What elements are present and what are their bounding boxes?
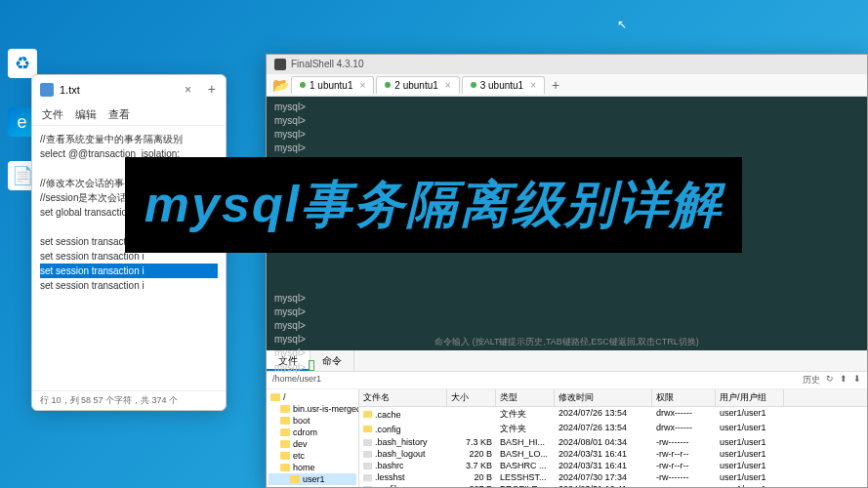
- tab-label: 3 ubuntu1: [480, 80, 524, 91]
- tree-item[interactable]: /: [269, 391, 356, 403]
- column-header[interactable]: 文件名: [359, 389, 447, 406]
- column-header[interactable]: 修改时间: [555, 389, 652, 406]
- menu-edit[interactable]: 编辑: [75, 107, 97, 122]
- file-name: .profile: [375, 484, 401, 487]
- file-browser: /bin.usr-is-mergedbootcdromdevetchomeuse…: [267, 389, 867, 487]
- file-row[interactable]: .config文件夹2024/07/26 13:54drwx------user…: [359, 422, 867, 436]
- overlay-title: mysql事务隔离级别详解: [125, 157, 742, 253]
- file-row[interactable]: .lesshst20 BLESSHST...2024/07/30 17:34-r…: [359, 471, 867, 483]
- column-header[interactable]: 大小: [447, 389, 496, 406]
- overlay-text: mysql事务隔离级别详解: [145, 171, 723, 239]
- file-type: BASH_LO...: [496, 448, 555, 460]
- tab-close-icon[interactable]: ×: [445, 80, 451, 91]
- file-type: BASHRC ...: [496, 460, 555, 471]
- file-date: 2024/08/01 04:34: [555, 436, 652, 448]
- tab-close-icon[interactable]: ×: [530, 80, 536, 91]
- tree-item[interactable]: etc: [269, 450, 356, 462]
- file-user: user1/user1: [716, 448, 784, 460]
- tree-label: etc: [293, 451, 305, 461]
- file-name: .config: [375, 425, 401, 434]
- notepad-icon: [40, 83, 54, 97]
- file-icon: [363, 463, 372, 469]
- column-header[interactable]: 权限: [652, 389, 716, 406]
- file-type: PROFILE ...: [496, 483, 555, 487]
- file-type: 文件夹: [496, 407, 555, 422]
- download-icon[interactable]: ⬇: [853, 374, 861, 386]
- file-date: 2024/03/31 16:41: [555, 483, 652, 487]
- tree-item[interactable]: boot: [269, 415, 356, 427]
- file-size: 3.7 KB: [447, 460, 496, 471]
- history-button[interactable]: 历史: [803, 374, 820, 386]
- folder-icon: [363, 426, 372, 432]
- tree-item[interactable]: bin.usr-is-merged: [269, 403, 356, 415]
- finalshell-titlebar[interactable]: FinalShell 4.3.10: [267, 55, 867, 74]
- file-row[interactable]: .cache文件夹2024/07/26 13:54drwx------user1…: [359, 407, 867, 422]
- file-row[interactable]: .profile807 BPROFILE ...2024/03/31 16:41…: [359, 483, 867, 487]
- file-perm: -rw-r--r--: [652, 483, 716, 487]
- file-size: 7.3 KB: [447, 436, 496, 448]
- file-icon: [363, 486, 372, 488]
- open-folder-icon[interactable]: 📂: [271, 76, 289, 94]
- connection-tab[interactable]: 3 ubuntu1×: [462, 76, 545, 94]
- file-size: 20 B: [447, 471, 496, 483]
- folder-icon: [363, 411, 372, 418]
- menu-file[interactable]: 文件: [42, 107, 63, 122]
- file-size: 807 B: [447, 483, 496, 487]
- folder-icon: [280, 464, 290, 471]
- file-name: .bash_history: [375, 437, 428, 447]
- finalshell-logo-icon: [274, 59, 286, 70]
- tab-label: 2 ubuntu1: [394, 80, 438, 91]
- finalshell-window: FinalShell 4.3.10 📂 1 ubuntu1×2 ubuntu1×…: [266, 54, 868, 488]
- notepad-statusbar: 行 10，列 58 57 个字符，共 374 个: [32, 390, 226, 410]
- finalshell-title: FinalShell 4.3.10: [291, 59, 364, 69]
- tree-label: cdrom: [293, 427, 317, 437]
- connection-tab[interactable]: 1 ubuntu1×: [291, 76, 374, 94]
- file-user: user1/user1: [716, 422, 784, 436]
- file-perm: -rw-r--r--: [652, 460, 716, 471]
- file-name: .bashrc: [375, 461, 404, 470]
- file-list: 文件名大小类型修改时间权限用户/用户组 .cache文件夹2024/07/26 …: [359, 389, 867, 487]
- tree-item[interactable]: dev: [269, 438, 356, 450]
- file-user: user1/user1: [716, 436, 784, 448]
- file-name: .lesshst: [375, 472, 405, 482]
- file-user: user1/user1: [716, 471, 784, 483]
- tab-close-icon[interactable]: ×: [185, 83, 191, 97]
- folder-icon: [290, 475, 300, 483]
- current-path: /home/user1: [272, 374, 321, 386]
- upload-icon[interactable]: ⬆: [840, 374, 847, 386]
- connection-tab[interactable]: 2 ubuntu1×: [376, 76, 459, 94]
- folder-icon: [280, 417, 290, 425]
- file-perm: -rw-r--r--: [652, 448, 716, 460]
- tree-label: user1: [303, 474, 325, 484]
- tree-label: /: [283, 392, 286, 402]
- file-size: [447, 407, 496, 422]
- tab-label: 1 ubuntu1: [310, 80, 353, 91]
- tab-add-icon[interactable]: +: [208, 81, 216, 97]
- terminal-hint: 命令输入 (按ALT键提示历史,TAB键路径,ESC键返回,双击CTRL切换): [434, 336, 699, 348]
- notepad-titlebar[interactable]: 1.txt × +: [32, 75, 226, 104]
- finalshell-tabs: 📂 1 ubuntu1×2 ubuntu1×3 ubuntu1× +: [267, 74, 867, 97]
- column-header[interactable]: 类型: [496, 389, 555, 406]
- tab-add-button[interactable]: +: [547, 77, 564, 93]
- file-date: 2024/07/30 17:34: [555, 471, 652, 483]
- status-dot-icon: [471, 82, 476, 88]
- file-user: user1/user1: [716, 460, 784, 471]
- file-row[interactable]: .bash_logout220 BBASH_LO...2024/03/31 16…: [359, 448, 867, 460]
- menu-view[interactable]: 查看: [108, 107, 130, 122]
- tree-label: home: [293, 463, 315, 472]
- file-perm: drwx------: [652, 422, 716, 436]
- refresh-icon[interactable]: ↻: [826, 374, 834, 386]
- tree-item[interactable]: user1: [269, 473, 356, 485]
- file-row[interactable]: .bashrc3.7 KBBASHRC ...2024/03/31 16:41-…: [359, 460, 867, 471]
- file-row[interactable]: .bash_history7.3 KBBASH_HI...2024/08/01 …: [359, 436, 867, 448]
- tab-close-icon[interactable]: ×: [360, 80, 366, 91]
- directory-tree[interactable]: /bin.usr-is-mergedbootcdromdevetchomeuse…: [267, 389, 359, 487]
- tree-item[interactable]: cdrom: [269, 427, 356, 438]
- file-type: LESSHST...: [496, 471, 555, 483]
- cursor-icon: ↖: [617, 18, 627, 31]
- tree-item[interactable]: home: [269, 462, 356, 473]
- tree-label: bin.usr-is-merged: [293, 404, 359, 414]
- tree-label: dev: [293, 439, 308, 449]
- folder-icon: [270, 393, 280, 401]
- column-header[interactable]: 用户/用户组: [716, 389, 784, 406]
